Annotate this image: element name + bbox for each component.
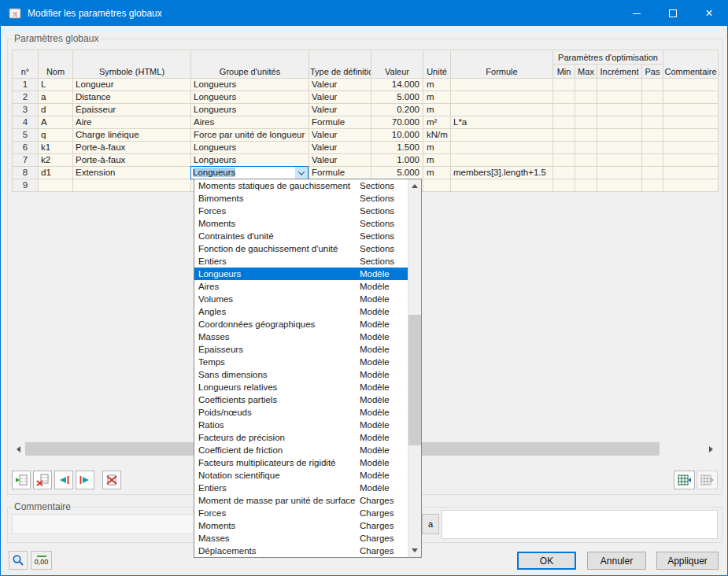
unit-group-combobox[interactable]: Longueurs — [190, 166, 309, 179]
cell-increment[interactable] — [597, 129, 642, 142]
cell-increment[interactable] — [597, 142, 642, 154]
cell-groupe[interactable]: Longueurs — [191, 154, 309, 167]
cell-nom[interactable]: q — [39, 129, 73, 142]
dropdown-item[interactable]: Notation scientifiqueModèle — [194, 469, 408, 482]
cell-pas[interactable] — [642, 142, 663, 154]
cell-unite[interactable] — [423, 179, 451, 192]
dropdown-item[interactable]: AiresModèle — [194, 280, 408, 293]
cell-formule[interactable] — [451, 129, 553, 142]
cell-unite[interactable]: kN/m — [423, 129, 451, 142]
cell-max[interactable] — [575, 116, 597, 129]
dropdown-item[interactable]: ÉpaisseursModèle — [194, 343, 408, 356]
cell-valeur[interactable]: 5.000 — [371, 91, 423, 104]
cancel-button[interactable]: Annuler — [587, 552, 646, 570]
delete-row-button[interactable] — [33, 471, 52, 489]
cell-commentaire[interactable] — [663, 179, 719, 192]
import-excel-button[interactable] — [697, 471, 718, 489]
cell-nom[interactable] — [39, 179, 73, 192]
cell-formule[interactable] — [451, 179, 553, 192]
cell-commentaire[interactable] — [663, 116, 719, 129]
cell-n[interactable]: 8 — [13, 167, 39, 179]
scroll-up-button[interactable] — [408, 179, 421, 193]
decimal-places-button[interactable]: 0,00 — [31, 551, 52, 570]
cell-formule[interactable] — [451, 154, 553, 167]
cell-type[interactable]: Formule — [309, 116, 371, 129]
dropdown-item[interactable]: RatiosModèle — [194, 419, 408, 431]
scroll-left-button[interactable] — [12, 442, 25, 456]
cell-commentaire[interactable] — [663, 79, 719, 91]
clear-table-button[interactable] — [102, 471, 121, 489]
cell-formule[interactable]: members[3].length+1.5 — [451, 167, 553, 179]
cell-symbole[interactable]: Porte-à-faux — [73, 154, 191, 167]
cell-pas[interactable] — [642, 104, 663, 116]
search-button[interactable] — [9, 551, 28, 570]
cell-max[interactable] — [575, 79, 597, 91]
cell-increment[interactable] — [597, 167, 642, 179]
close-button[interactable]: × — [691, 1, 727, 26]
dropdown-item[interactable]: BimomentsSections — [194, 192, 408, 205]
cell-max[interactable] — [575, 167, 597, 179]
cell-n[interactable]: 1 — [13, 79, 39, 91]
dropdown-item[interactable]: Moments statiques de gauchissementSectio… — [194, 179, 408, 192]
cell-formule[interactable] — [451, 91, 553, 104]
cell-groupe[interactable]: Longueurs — [191, 142, 309, 154]
cell-valeur[interactable]: 0.200 — [371, 104, 423, 116]
cell-increment[interactable] — [597, 179, 642, 192]
cell-commentaire[interactable] — [663, 167, 719, 179]
cell-type[interactable]: Formule — [309, 167, 371, 179]
cell-nom[interactable]: k2 — [39, 154, 73, 167]
cell-n[interactable]: 4 — [13, 116, 39, 129]
cell-increment[interactable] — [597, 154, 642, 167]
cell-max[interactable] — [575, 91, 597, 104]
cell-formule[interactable]: L*a — [451, 116, 553, 129]
cell-symbole[interactable]: Épaisseur — [73, 104, 191, 116]
maximize-button[interactable] — [655, 1, 691, 26]
cell-groupe[interactable]: Longueurs — [191, 104, 309, 116]
dropdown-item[interactable]: VolumesModèle — [194, 293, 408, 305]
cell-groupe[interactable]: Longueurs — [191, 79, 309, 91]
dropdown-item[interactable]: LongueursModèle — [194, 268, 408, 280]
cell-nom[interactable]: d1 — [39, 167, 73, 179]
dropdown-item[interactable]: Fonction de gauchissement d'unitéSection… — [194, 242, 408, 255]
cell-valeur[interactable]: 70.000 — [371, 116, 423, 129]
cell-unite[interactable]: m² — [423, 116, 451, 129]
cell-n[interactable]: 7 — [13, 154, 39, 167]
cell-n[interactable]: 6 — [13, 142, 39, 154]
export-excel-button[interactable] — [674, 471, 695, 489]
dropdown-item[interactable]: Facteurs de précisionModèle — [194, 431, 408, 444]
cell-unite[interactable]: m — [423, 154, 451, 167]
cell-type[interactable]: Valeur — [309, 142, 371, 154]
cell-increment[interactable] — [597, 79, 642, 91]
dropdown-item[interactable]: Moment de masse par unité de surfaceChar… — [194, 494, 408, 507]
dropdown-scrollbar-thumb[interactable] — [408, 315, 421, 445]
cell-valeur[interactable]: 1.000 — [371, 154, 423, 167]
cell-symbole[interactable] — [73, 179, 191, 192]
dropdown-item[interactable]: Poids/nœudsModèle — [194, 406, 408, 419]
cell-max[interactable] — [575, 154, 597, 167]
move-row-button[interactable] — [76, 471, 94, 489]
dropdown-item[interactable]: DéplacementsCharges — [194, 545, 408, 557]
cell-max[interactable] — [575, 142, 597, 154]
cell-n[interactable]: 2 — [13, 91, 39, 104]
cell-nom[interactable]: A — [39, 116, 73, 129]
cell-unite[interactable]: m — [423, 79, 451, 91]
new-row-button[interactable] — [12, 471, 31, 489]
cell-min[interactable] — [553, 129, 575, 142]
cell-formule[interactable] — [451, 79, 553, 91]
cell-pas[interactable] — [642, 167, 663, 179]
cell-commentaire[interactable] — [663, 91, 719, 104]
dropdown-item[interactable]: Sans dimensionsModèle — [194, 368, 408, 381]
cell-min[interactable] — [553, 179, 575, 192]
dropdown-item[interactable]: Coefficient de frictionModèle — [194, 444, 408, 456]
cell-valeur[interactable]: 1.500 — [371, 142, 423, 154]
apply-button[interactable]: Appliquer — [656, 552, 719, 570]
cell-type[interactable]: Valeur — [309, 129, 371, 142]
cell-pas[interactable] — [642, 179, 663, 192]
cell-type[interactable]: Valeur — [309, 79, 371, 91]
dropdown-item[interactable]: Longueurs relativesModèle — [194, 381, 408, 393]
cell-commentaire[interactable] — [663, 154, 719, 167]
cell-min[interactable] — [553, 104, 575, 116]
cell-commentaire[interactable] — [663, 142, 719, 154]
dropdown-item[interactable]: Coordonnées géographiquesModèle — [194, 318, 408, 330]
cell-formule[interactable] — [451, 142, 553, 154]
